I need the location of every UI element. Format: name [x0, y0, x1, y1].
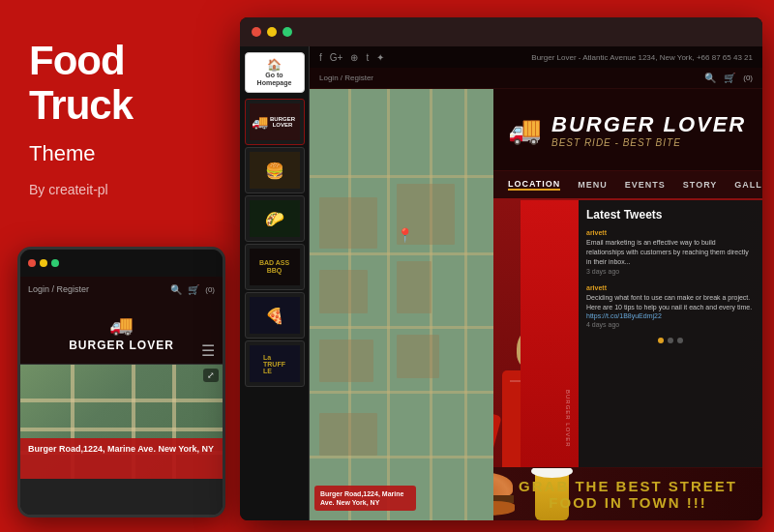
- sidebar-item-6[interactable]: LaTRUFFLE: [245, 340, 305, 387]
- desktop-chrome-bar: [240, 17, 762, 46]
- mobile-logo-area: 🚚 BURGER LOVER: [20, 302, 223, 365]
- desktop-logo-header: 🚚 BURGER LOVER BEST RIDE - BEST BITE: [493, 89, 762, 171]
- mobile-menu-icon[interactable]: ☰: [201, 341, 215, 360]
- tumblr-icon[interactable]: t: [366, 52, 369, 63]
- mobile-login-text[interactable]: Login / Register: [28, 284, 89, 294]
- nav-story[interactable]: STORY: [683, 180, 718, 190]
- tweet-dot-2[interactable]: [668, 338, 673, 343]
- desktop-main: f G+ ⊕ t ✦ Burger Lover - Atlantic Avenu…: [310, 46, 762, 520]
- googleplus-icon[interactable]: G+: [330, 52, 343, 63]
- chrome-dot-red[interactable]: [252, 27, 261, 37]
- nav-location[interactable]: LOCATION: [508, 179, 560, 191]
- twitter-icon[interactable]: ✦: [376, 52, 384, 63]
- mobile-chrome-bar: [20, 250, 223, 277]
- map-popup-text: Burger Road,1224, Marine Ave. New York, …: [320, 489, 410, 507]
- sidebar-item-4[interactable]: BAD ASSBBQ: [245, 244, 305, 290]
- social-icons-group: f G+ ⊕ t ✦: [319, 52, 384, 63]
- mobile-nav: Login / Register 🔍 🛒 (0): [20, 277, 223, 302]
- mobile-cart-count: (0): [205, 285, 215, 294]
- tweets-title: Latest Tweets: [586, 208, 755, 222]
- mobile-map-expand-icon[interactable]: ⤢: [203, 369, 219, 382]
- desktop-sidebar: 🏠 Go toHomepage 🚚 BURGER LOVER 🍔 🌮 BAD: [240, 46, 310, 520]
- facebook-icon[interactable]: f: [319, 52, 322, 63]
- tweet-dot-1[interactable]: [658, 338, 664, 343]
- tweet-link-2[interactable]: https://t.co/1B8yuEdmj22: [586, 312, 755, 319]
- tweet-handle-1: arivett: [586, 229, 755, 236]
- mobile-map-info: Burger Road,1224, Marine Ave. New York, …: [20, 438, 223, 479]
- nav-events[interactable]: EVENTS: [625, 180, 666, 190]
- tweet-item-1: arivett Email marketing is an effective …: [586, 229, 755, 275]
- search-icon[interactable]: 🔍: [704, 73, 716, 83]
- map-popup: Burger Road,1224, Marine Ave. New York, …: [314, 486, 416, 511]
- goto-label: Go toHomepage: [257, 72, 292, 88]
- sidebar-item-2[interactable]: 🍔: [245, 147, 305, 193]
- tweet-text-2: Deciding what font to use can make or br…: [586, 293, 755, 312]
- tweet-handle-2: arivett: [586, 284, 755, 291]
- sidebar-item-5[interactable]: 🍕: [245, 292, 305, 339]
- mobile-dot-red: [28, 259, 36, 267]
- cart-icon[interactable]: 🛒: [724, 73, 735, 83]
- sidebar-logo-1: 🚚 BURGER LOVER: [250, 103, 300, 140]
- mobile-logo-text: BURGER LOVER: [69, 339, 174, 352]
- home-icon: 🏠: [267, 58, 282, 72]
- man-left-arm: [493, 411, 502, 458]
- mobile-dot-green: [51, 259, 59, 267]
- hero-photo-area: BURGER LOVER: [493, 200, 579, 467]
- tweet-dot-3[interactable]: [677, 338, 683, 343]
- logo-tagline: BEST RIDE - BEST BITE: [551, 137, 746, 148]
- cart-count: (0): [743, 74, 753, 82]
- mobile-cart-icon[interactable]: 🛒: [188, 284, 199, 295]
- rss-icon[interactable]: ⊕: [350, 52, 358, 63]
- mobile-search-icon[interactable]: 🔍: [170, 284, 182, 295]
- truck-icon-large: 🚚: [508, 114, 542, 146]
- chrome-dot-yellow[interactable]: [267, 27, 277, 37]
- brand-title: Food Truck: [29, 39, 194, 128]
- nav-menu[interactable]: MENU: [578, 180, 608, 190]
- nav-gallery[interactable]: GALLERY: [734, 180, 762, 190]
- logo-name: BURGER LOVER: [551, 112, 746, 137]
- mobile-mockup: Login / Register 🔍 🛒 (0) 🚚 BURGER LOVER …: [17, 247, 225, 517]
- banner-text: GRAB THE BEST STREET FOOD IN TOWN !!!: [493, 478, 762, 511]
- hero-area: 📍 Burger Road,1224, Marine Ave. New York…: [310, 89, 762, 520]
- tweet-item-2: arivett Deciding what font to use can ma…: [586, 284, 755, 328]
- tweets-panel: Latest Tweets arivett Email marketing is…: [579, 200, 762, 467]
- login-register-link[interactable]: Login / Register: [319, 74, 373, 82]
- sidebar-item-1[interactable]: 🚚 BURGER LOVER: [245, 99, 305, 145]
- desktop-secondary-nav: Login / Register 🔍 🛒 (0): [310, 68, 762, 89]
- address-text: Burger Lover - Atlantic Avenue 1234, New…: [531, 53, 753, 62]
- sidebar-item-3[interactable]: 🌮: [245, 195, 305, 242]
- brand-by: By createit-pl: [29, 182, 194, 197]
- desktop-top-nav: f G+ ⊕ t ✦ Burger Lover - Atlantic Avenu…: [310, 46, 762, 68]
- desktop-mockup: 🏠 Go toHomepage 🚚 BURGER LOVER 🍔 🌮 BAD: [240, 17, 762, 520]
- tweet-time-1: 3 days ago: [586, 268, 755, 275]
- brand-subtitle: Theme: [29, 141, 194, 166]
- desktop-main-nav: LOCATION MENU EVENTS STORY GALLERY CONTA…: [493, 171, 762, 200]
- tweet-time-2: 4 days ago: [586, 321, 755, 328]
- goto-homepage-button[interactable]: 🏠 Go toHomepage: [245, 52, 305, 93]
- chrome-dot-green[interactable]: [283, 27, 292, 37]
- mobile-truck-icon: 🚚: [109, 313, 134, 337]
- tweet-text-1: Email marketing is an effective way to b…: [586, 238, 755, 266]
- hero-map[interactable]: 📍 Burger Road,1224, Marine Ave. New York…: [310, 89, 503, 520]
- bottom-banner: GRAB THE BEST STREET FOOD IN TOWN !!!: [493, 467, 762, 520]
- tweets-pagination: [586, 338, 755, 343]
- mobile-map-popup-text: Burger Road,1224, Marine Ave. New York, …: [28, 444, 215, 456]
- mobile-map: ⤢ Burger Road,1224, Marine Ave. New York…: [20, 365, 223, 479]
- mobile-dot-yellow: [40, 259, 47, 267]
